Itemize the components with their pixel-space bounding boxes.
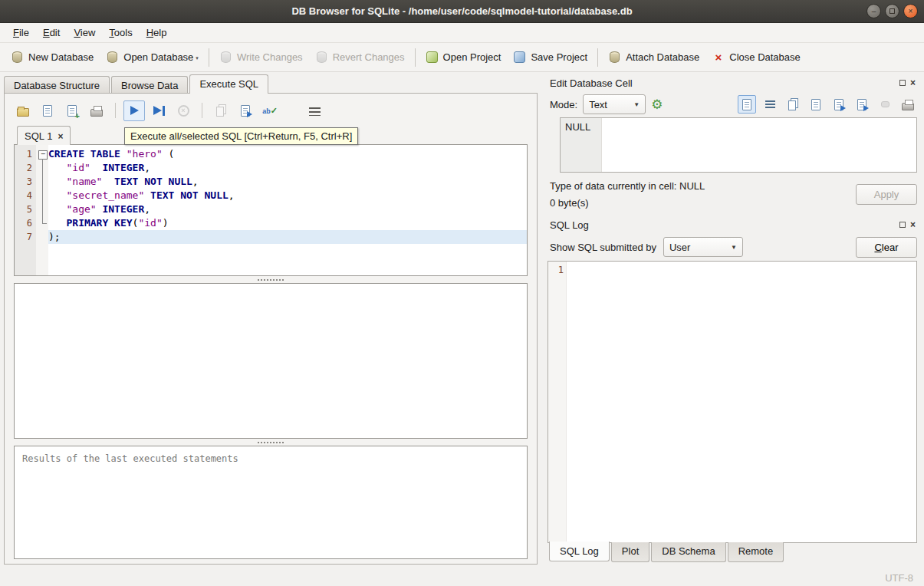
results-grid[interactable] — [14, 283, 528, 439]
export-results-button[interactable] — [235, 100, 256, 121]
tab-plot[interactable]: Plot — [611, 542, 649, 562]
clear-button-label: Clear — [874, 242, 898, 253]
editor-line-3[interactable]: 3 "name" TEXT NOT NULL, — [15, 175, 527, 189]
sql-log-filter-row: Show SQL submitted by User ▼ Clear — [547, 233, 917, 261]
sql-editor[interactable]: 1CREATE TABLE "hero" (2 "id" INTEGER,3 "… — [14, 144, 528, 276]
encoding-indicator[interactable]: UTF-8 — [885, 572, 913, 584]
editor-line-4[interactable]: 4 "secret_name" TEXT NOT NULL, — [15, 189, 527, 202]
window-controls: – × — [866, 4, 918, 18]
tab-browse-data[interactable]: Browse Data — [111, 76, 188, 94]
print-sql-button[interactable] — [86, 100, 107, 121]
tab-database-structure[interactable]: Database Structure — [4, 76, 110, 94]
open-sql-file-icon — [17, 108, 29, 117]
editor-results-splitter[interactable] — [5, 276, 537, 283]
sql1-tab-close-icon[interactable]: × — [58, 133, 63, 140]
tab-remote[interactable]: Remote — [728, 542, 784, 562]
fold-collapse-icon[interactable] — [36, 147, 48, 161]
copy-icon — [216, 107, 224, 117]
float-dock-icon[interactable] — [899, 80, 906, 86]
export-icon — [241, 105, 250, 117]
menu-tools[interactable]: Tools — [102, 25, 139, 41]
log-line-number: 1 — [548, 265, 564, 275]
set-null-icon — [881, 101, 889, 107]
code-text: "id" INTEGER, — [48, 161, 527, 175]
auto-switch-mode-icon[interactable]: ⚙ — [651, 98, 663, 111]
editor-line-7[interactable]: 7); — [15, 230, 527, 244]
stop-execution-button[interactable]: × — [173, 100, 194, 121]
line-number: 4 — [15, 189, 36, 202]
new-database-label: New Database — [28, 51, 94, 63]
apply-button[interactable]: Apply — [856, 184, 917, 205]
attach-database-button[interactable]: Attach Database — [602, 47, 705, 67]
maximize-button[interactable] — [885, 4, 899, 18]
paste-cell-button[interactable] — [807, 95, 825, 114]
editor-line-1[interactable]: 1CREATE TABLE "hero" ( — [15, 147, 527, 161]
execute-line-button[interactable] — [148, 100, 169, 121]
revert-changes-button[interactable]: Revert Changes — [309, 47, 411, 67]
close-dock-icon[interactable]: × — [910, 79, 916, 87]
execute-sql-pane: × ab SQL 1 × 1CREATE TABLE "hero" (2 "i — [4, 93, 538, 565]
autocomplete-button[interactable]: ab — [259, 100, 281, 121]
sql1-tab[interactable]: SQL 1 × — [17, 126, 71, 145]
write-changes-button[interactable]: Write Changes — [213, 47, 309, 67]
word-wrap-button[interactable] — [304, 100, 325, 121]
tab-db-schema[interactable]: DB Schema — [651, 542, 725, 562]
import-cell-button[interactable] — [830, 95, 848, 114]
text-mode-button[interactable] — [738, 95, 756, 114]
save-project-label: Save Project — [531, 51, 587, 63]
cell-editor[interactable]: NULL — [560, 117, 917, 173]
editor-line-6[interactable]: 6 PRIMARY KEY("id") — [15, 216, 527, 230]
code-text: "name" TEXT NOT NULL, — [48, 175, 527, 189]
new-database-button[interactable]: New Database — [5, 47, 100, 67]
tab-sql-log[interactable]: SQL Log — [549, 542, 610, 561]
menu-file[interactable]: File — [6, 25, 36, 41]
results-message-pane[interactable]: Results of the last executed statements — [14, 446, 528, 559]
main-tabbar: Database Structure Browse Data Execute S… — [0, 72, 541, 93]
print-cell-button[interactable] — [899, 95, 917, 114]
float-dock-icon[interactable] — [899, 222, 906, 228]
edit-cell-dock-header: Edit Database Cell × — [547, 74, 917, 91]
minimize-button[interactable]: – — [866, 4, 881, 18]
toolbar-separator — [415, 48, 416, 67]
tab-execute-sql[interactable]: Execute SQL — [189, 74, 268, 94]
right-panel: Edit Database Cell × Mode: Text ▼ ⚙ — [546, 72, 924, 569]
copy-cell-button[interactable] — [784, 95, 802, 114]
export-icon — [857, 99, 866, 110]
clear-log-button[interactable]: Clear — [856, 237, 917, 258]
menu-help[interactable]: Help — [140, 25, 174, 41]
mode-combobox[interactable]: Text ▼ — [583, 94, 646, 114]
sql-log-gutter — [548, 262, 567, 542]
open-database-button[interactable]: Open Database ▾ — [100, 47, 205, 67]
open-sql-file-button[interactable] — [12, 100, 34, 121]
copy-results-button[interactable] — [210, 100, 232, 121]
execute-all-button[interactable] — [123, 100, 145, 121]
menubar: File Edit View Tools Help — [0, 23, 924, 43]
sql-log-area[interactable]: 1 — [547, 261, 917, 543]
close-database-button[interactable]: × Close Database — [705, 47, 807, 67]
open-database-dropdown-icon[interactable]: ▾ — [196, 55, 199, 61]
editor-line-2[interactable]: 2 "id" INTEGER, — [15, 161, 527, 175]
open-project-button[interactable]: Open Project — [419, 47, 508, 67]
grid-message-splitter[interactable] — [5, 439, 537, 446]
left-panel: Database Structure Browse Data Execute S… — [0, 72, 541, 569]
export-cell-button[interactable] — [853, 95, 871, 114]
cell-editor-toolbar — [738, 95, 917, 114]
open-sql-new-tab-button[interactable] — [61, 100, 83, 121]
maximize-icon — [889, 8, 895, 14]
word-wrap-icon — [309, 107, 321, 116]
word-wrap-cell-button[interactable] — [761, 95, 779, 114]
code-text: CREATE TABLE "hero" ( — [48, 147, 527, 161]
log-filter-combobox[interactable]: User ▼ — [663, 237, 743, 257]
editor-line-5[interactable]: 5 "age" INTEGER, — [15, 202, 527, 216]
menu-view[interactable]: View — [67, 25, 102, 41]
window-title: DB Browser for SQLite - /home/user/code/… — [0, 5, 924, 17]
save-project-button[interactable]: Save Project — [507, 47, 594, 67]
close-dock-icon[interactable]: × — [910, 221, 916, 229]
write-changes-icon — [219, 51, 232, 64]
set-null-button[interactable] — [876, 95, 894, 114]
close-button[interactable]: × — [903, 4, 918, 18]
titlebar[interactable]: DB Browser for SQLite - /home/user/code/… — [0, 0, 924, 23]
save-sql-file-button[interactable] — [37, 100, 58, 121]
menu-edit[interactable]: Edit — [36, 25, 67, 41]
copy-icon — [788, 100, 796, 110]
